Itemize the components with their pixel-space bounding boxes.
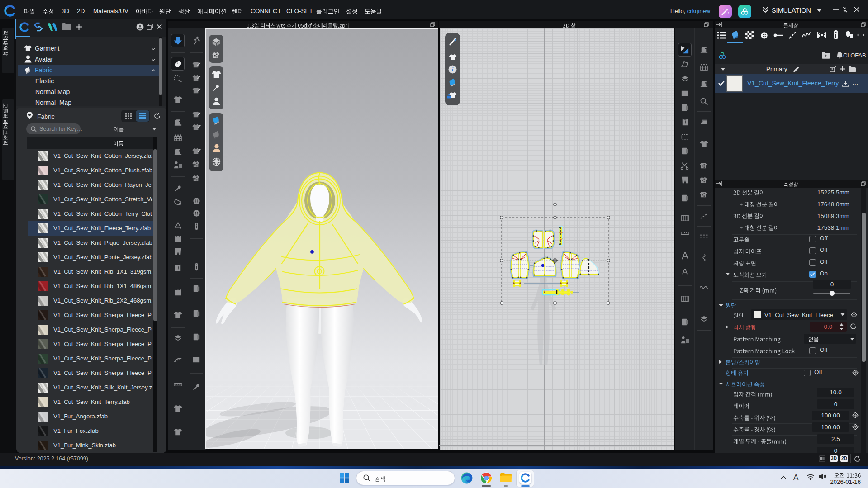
svg-text:i: i — [452, 66, 454, 73]
